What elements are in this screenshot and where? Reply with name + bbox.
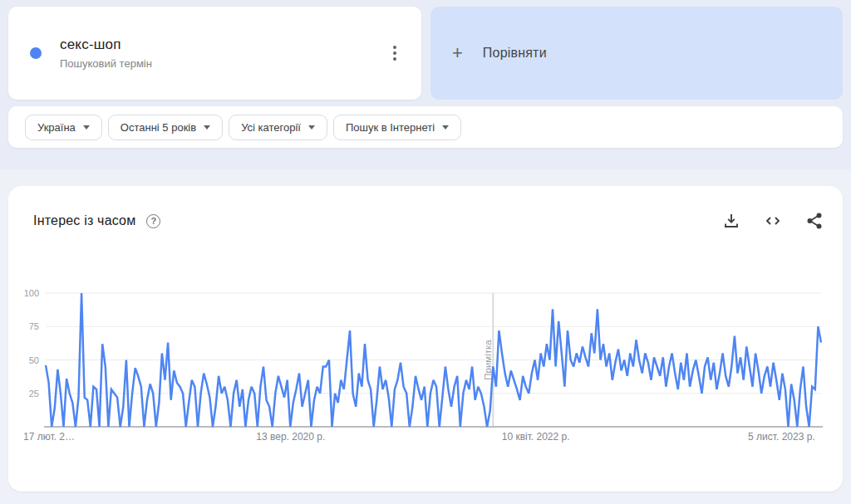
interest-over-time-card: Інтерес із часом ? 255075100Примітка17 л… <box>8 186 843 492</box>
x-axis-tick-label: 10 квіт. 2022 р. <box>502 431 570 443</box>
y-axis-tick-label: 100 <box>24 288 39 298</box>
interest-over-time-chart[interactable]: 255075100Примітка17 лют. 2…13 вер. 2020 … <box>8 283 843 458</box>
chevron-down-icon <box>83 125 90 130</box>
x-axis-tick-label: 17 лют. 2… <box>23 431 75 443</box>
y-axis-tick-label: 75 <box>29 321 39 331</box>
category-filter-dropdown[interactable]: Усі категорії <box>229 115 327 140</box>
x-axis-tick-label: 13 вер. 2020 р. <box>256 431 325 443</box>
y-axis-tick-label: 50 <box>29 355 39 365</box>
help-icon[interactable]: ? <box>146 214 160 228</box>
geo-filter-dropdown[interactable]: Україна <box>25 115 102 140</box>
search-term-card[interactable]: секс-шоп Пошуковий термін <box>8 7 421 100</box>
chevron-down-icon <box>308 125 315 130</box>
search-type-filter-label: Пошук в Інтернеті <box>346 121 435 134</box>
geo-filter-label: Україна <box>37 121 76 134</box>
time-filter-label: Останні 5 років <box>121 121 196 134</box>
x-axis-tick-label: 5 лист. 2023 р. <box>748 431 815 443</box>
share-icon[interactable] <box>804 211 824 231</box>
search-type-filter-dropdown[interactable]: Пошук в Інтернеті <box>333 115 461 140</box>
chart-header: Інтерес із часом ? <box>8 186 843 231</box>
chart-title: Інтерес із часом <box>33 213 135 228</box>
search-term-type: Пошуковий термін <box>60 57 383 70</box>
filter-bar: Україна Останні 5 років Усі категорії По… <box>8 106 843 148</box>
download-icon[interactable] <box>721 211 741 231</box>
chevron-down-icon <box>442 125 449 130</box>
search-term-label: секс-шоп <box>60 37 383 53</box>
category-filter-label: Усі категорії <box>241 121 301 134</box>
compare-add-card[interactable]: + Порівняти <box>430 7 843 100</box>
series-color-dot <box>30 47 42 59</box>
chevron-down-icon <box>204 125 210 130</box>
embed-icon[interactable] <box>763 211 783 231</box>
time-filter-dropdown[interactable]: Останні 5 років <box>108 115 223 140</box>
plus-icon: + <box>452 44 463 62</box>
compare-label: Порівняти <box>483 46 547 61</box>
more-options-icon[interactable] <box>383 42 406 65</box>
y-axis-tick-label: 25 <box>29 389 39 399</box>
